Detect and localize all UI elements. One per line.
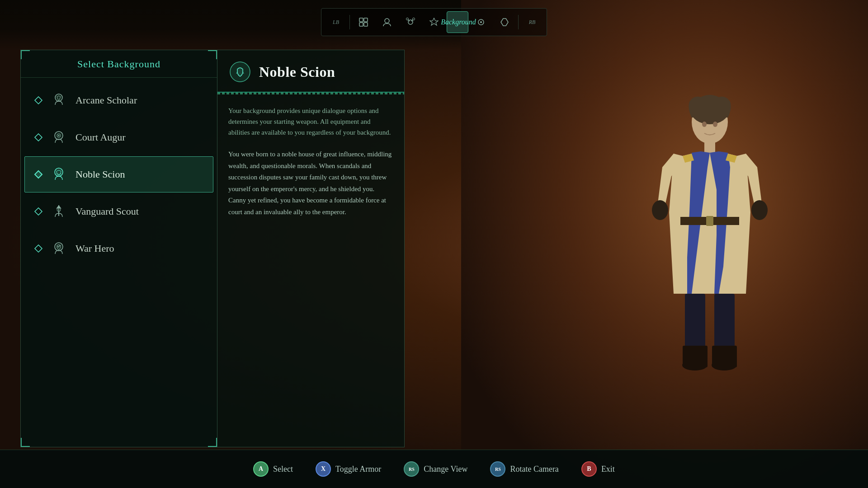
arcane-scholar-label: Arcane Scholar (75, 94, 137, 106)
list-item-war-hero[interactable]: War Hero (24, 230, 213, 267)
court-augur-icon (49, 128, 68, 147)
svg-point-23 (406, 18, 409, 20)
noble-scion-icon (49, 165, 68, 184)
exit-label: Exit (601, 465, 615, 474)
action-exit[interactable]: B Exit (581, 461, 615, 477)
svg-point-28 (55, 94, 62, 101)
select-label: Select (273, 465, 293, 474)
detail-intro: Your background provides unique dialogue… (228, 105, 393, 138)
badge-a: A (253, 461, 269, 477)
top-navigation: LB Background RB (321, 8, 547, 36)
toggle-armor-label: Toggle Armor (335, 465, 381, 474)
detail-icon (228, 60, 252, 84)
svg-point-31 (58, 135, 60, 136)
diamond-icon (34, 133, 43, 142)
nav-tab-6[interactable] (470, 11, 492, 33)
badge-x: X (316, 461, 331, 477)
vanguard-scout-icon (49, 202, 68, 221)
action-rotate-camera[interactable]: RS Rotate Camera (490, 461, 558, 477)
court-augur-label: Court Augur (75, 131, 126, 143)
left-panel: Select Background Arcane Scholar (20, 50, 217, 447)
svg-point-19 (385, 19, 389, 23)
svg-rect-17 (359, 23, 363, 26)
detail-body: Your background provides unique dialogue… (217, 96, 404, 447)
badge-b: B (581, 461, 597, 477)
detail-description: You were born to a noble house of great … (228, 149, 393, 218)
nav-divider-left (349, 15, 350, 29)
war-hero-icon (49, 239, 68, 258)
list-item-court-augur[interactable]: Court Augur (24, 119, 213, 155)
svg-point-34 (57, 208, 61, 211)
badge-rs: RS (404, 461, 419, 477)
nav-tab-3[interactable] (400, 11, 421, 33)
nav-lb-button[interactable]: LB (325, 11, 347, 33)
bottom-action-bar: A Select X Toggle Armor RS Change View R… (0, 450, 868, 488)
diamond-icon (34, 207, 43, 216)
detail-header: Noble Scion (217, 50, 404, 93)
right-panel: Noble Scion Your background provides uni… (217, 50, 405, 447)
svg-point-24 (413, 18, 415, 20)
svg-point-32 (55, 168, 63, 176)
diamond-icon (34, 244, 43, 253)
action-select[interactable]: A Select (253, 461, 293, 477)
nav-tab-background[interactable]: Background (447, 11, 468, 33)
svg-rect-18 (364, 23, 368, 26)
main-content: Select Background Arcane Scholar (20, 50, 848, 447)
list-item-vanguard-scout[interactable]: Vanguard Scout (24, 193, 213, 230)
vanguard-scout-label: Vanguard Scout (75, 206, 139, 217)
badge-rs2: RS (490, 461, 505, 477)
noble-scion-label: Noble Scion (75, 169, 125, 180)
svg-point-27 (480, 21, 482, 23)
rotate-camera-label: Rotate Camera (510, 465, 558, 474)
svg-rect-15 (359, 18, 363, 22)
nav-divider-right (518, 15, 519, 29)
list-item-arcane-scholar[interactable]: Arcane Scholar (24, 82, 213, 118)
action-toggle-armor[interactable]: X Toggle Armor (316, 461, 381, 477)
war-hero-label: War Hero (75, 243, 114, 254)
nav-tab-7[interactable] (494, 11, 515, 33)
nav-tab-2[interactable] (376, 11, 398, 33)
separator (217, 93, 404, 94)
detail-title: Noble Scion (259, 64, 335, 80)
panel-title: Select Background (21, 50, 217, 78)
nav-tab-1[interactable] (353, 11, 374, 33)
background-list: Arcane Scholar Court Augur (21, 78, 217, 271)
nav-rb-button[interactable]: RB (521, 11, 543, 33)
svg-rect-16 (364, 18, 368, 22)
diamond-icon (34, 96, 43, 105)
arcane-scholar-icon (49, 91, 68, 110)
change-view-label: Change View (424, 465, 467, 474)
list-item-noble-scion[interactable]: Noble Scion (24, 156, 213, 192)
action-change-view[interactable]: RS Change View (404, 461, 467, 477)
diamond-icon-selected (34, 170, 43, 179)
